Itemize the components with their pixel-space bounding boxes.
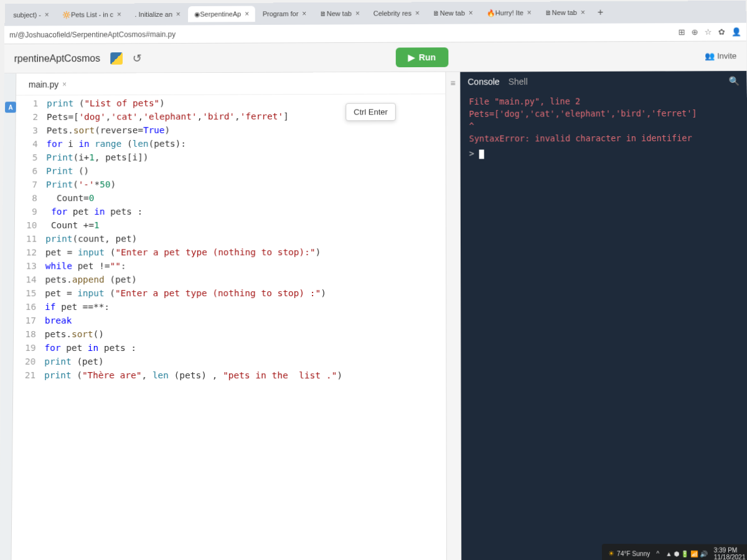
- browser-tab[interactable]: 🗎 New tab×: [539, 4, 591, 21]
- tray-chevron-icon[interactable]: ^: [656, 550, 659, 557]
- close-icon[interactable]: ×: [62, 80, 67, 88]
- url-bar: m/@Joshuacofield/SerpentineAptCosmos#mai…: [4, 23, 746, 44]
- close-icon[interactable]: ×: [527, 8, 532, 17]
- replit-header: rpentineAptCosmos ↺ ▶ Run 👥 Invite: [4, 41, 747, 73]
- close-icon[interactable]: ×: [245, 9, 249, 18]
- error-caret: ^: [469, 119, 738, 133]
- file-tab[interactable]: main.py ×: [21, 74, 74, 94]
- browser-tab[interactable]: Celebrity res×: [367, 5, 426, 21]
- file-tab-label: main.py: [29, 79, 59, 89]
- shortcut-tooltip: Ctrl Enter: [345, 103, 396, 121]
- error-file-line: File "main.py", line 2: [469, 95, 738, 108]
- tab-console[interactable]: Console: [467, 77, 499, 86]
- browser-tab[interactable]: Program for×: [256, 6, 312, 22]
- editor-panel: main.py × 123456789101112131415161718192…: [11, 72, 446, 560]
- search-icon[interactable]: ⊕: [692, 27, 698, 37]
- console-tab-bar: Console Shell 🔍: [460, 71, 747, 91]
- invite-button[interactable]: 👥 Invite: [705, 51, 736, 60]
- profile-icon[interactable]: 👤: [731, 27, 741, 37]
- browser-tab[interactable]: 🔥 Hurry! Ite×: [481, 5, 538, 21]
- browser-tab-strip: subject) -× 🔆 Pets List - in c× . Initia…: [4, 1, 746, 26]
- close-icon[interactable]: ×: [117, 10, 121, 19]
- history-icon[interactable]: ↺: [132, 52, 141, 65]
- windows-taskbar: ☀74°F Sunny ^ ▲ ⬢ 🔋 📶 🔊 3:39 PM11/18/202…: [602, 544, 747, 560]
- browser-tab-active[interactable]: ◉ SerpentineAp×: [188, 6, 255, 22]
- browser-tab[interactable]: 🗎 New tab×: [427, 5, 479, 21]
- file-tab-bar: main.py ×: [16, 72, 445, 96]
- grid-icon[interactable]: ⊞: [679, 27, 685, 37]
- run-button[interactable]: ▶ Run: [396, 47, 448, 67]
- weather-widget[interactable]: ☀74°F Sunny: [608, 549, 650, 558]
- sun-icon: ☀: [608, 549, 614, 558]
- new-tab-button[interactable]: +: [593, 4, 608, 21]
- browser-tab[interactable]: subject) -×: [7, 7, 55, 23]
- close-icon[interactable]: ×: [415, 9, 420, 17]
- python-icon: [110, 52, 123, 65]
- console-output[interactable]: File "main.py", line 2 Pets=['dog','cat'…: [460, 91, 747, 560]
- code-editor[interactable]: 123456789101112131415161718192021 print …: [11, 94, 446, 560]
- error-message: SyntaxError: invalid character in identi…: [469, 132, 739, 145]
- error-code-line: Pets=['dog','cat','elephant','bird','fer…: [469, 107, 738, 120]
- close-icon[interactable]: ×: [302, 9, 306, 18]
- taskbar-clock[interactable]: 3:39 PM11/18/2021: [713, 547, 745, 560]
- repl-title: rpentineAptCosmos: [14, 53, 101, 64]
- ai-badge[interactable]: A: [5, 101, 16, 113]
- cursor-icon: [479, 149, 484, 159]
- star-icon[interactable]: ☆: [705, 27, 712, 37]
- close-icon[interactable]: ×: [176, 10, 181, 19]
- close-icon[interactable]: ×: [355, 9, 360, 18]
- code-content[interactable]: print ("List of pets")Pets=['dog','cat',…: [42, 95, 446, 560]
- close-icon[interactable]: ×: [581, 8, 585, 17]
- close-icon[interactable]: ×: [45, 11, 49, 19]
- main-area: main.py × 123456789101112131415161718192…: [0, 71, 747, 560]
- console-prompt[interactable]: >: [469, 146, 739, 159]
- tab-shell[interactable]: Shell: [509, 77, 528, 86]
- line-gutter: 123456789101112131415161718192021: [11, 96, 47, 560]
- browser-tab[interactable]: . Initialize an×: [129, 6, 187, 22]
- console-panel: Console Shell 🔍 File "main.py", line 2 P…: [460, 71, 747, 560]
- extension-icon[interactable]: ✿: [718, 27, 725, 37]
- tray-icons[interactable]: ▲ ⬢ 🔋 📶 🔊: [665, 550, 707, 557]
- browser-tab[interactable]: 🗎 New tab×: [314, 6, 366, 22]
- browser-tab[interactable]: 🔆 Pets List - in c×: [56, 6, 128, 22]
- url-text[interactable]: m/@Joshuacofield/SerpentineAptCosmos#mai…: [9, 28, 679, 39]
- close-icon[interactable]: ×: [469, 9, 473, 17]
- panel-divider[interactable]: ≡: [445, 72, 461, 560]
- search-icon[interactable]: 🔍: [728, 76, 739, 86]
